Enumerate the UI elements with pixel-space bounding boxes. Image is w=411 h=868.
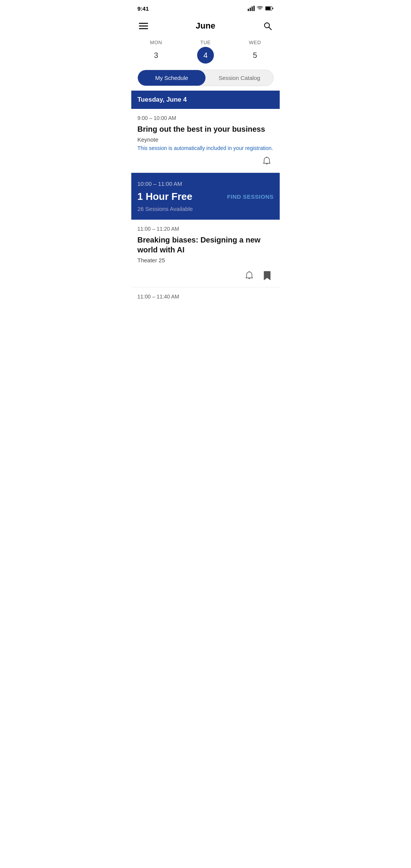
free-hour-availability: 26 Sessions Available [137, 206, 274, 212]
bell-icon-1 [261, 156, 272, 166]
svg-rect-5 [266, 7, 271, 10]
page-title: June [196, 21, 215, 31]
find-sessions-button[interactable]: FIND SESSIONS [227, 193, 274, 200]
svg-rect-3 [253, 6, 255, 11]
session-title-2: Breaking biases: Designing a new world w… [137, 235, 274, 255]
svg-rect-7 [139, 23, 148, 24]
bell-button-2[interactable] [242, 269, 256, 282]
search-icon [263, 21, 272, 30]
free-hour-row: 1 Hour Free FIND SESSIONS [137, 191, 274, 203]
svg-rect-0 [248, 9, 249, 11]
session-time-2: 11:00 – 11:20 AM [137, 226, 274, 232]
session-subtitle-1: Keynote [137, 136, 274, 143]
svg-point-12 [266, 157, 268, 158]
day-tuesday[interactable]: TUE 4 [190, 40, 221, 64]
day-label-wed: WED [249, 40, 261, 45]
session-card-ai: 11:00 – 11:20 AM Breaking biases: Design… [131, 220, 280, 287]
bookmark-button-2[interactable] [261, 269, 274, 282]
session-time-1: 9:00 – 10:00 AM [137, 115, 274, 121]
day-number-tue: 4 [197, 47, 214, 64]
date-header-text: Tuesday, June 4 [137, 96, 187, 103]
day-number-wed: 5 [247, 47, 263, 64]
day-wednesday[interactable]: WED 5 [240, 40, 270, 64]
session-actions-1 [137, 151, 274, 168]
date-header: Tuesday, June 4 [131, 91, 280, 109]
wifi-icon [257, 6, 263, 11]
status-bar: 9:41 [131, 0, 280, 17]
svg-rect-9 [139, 28, 148, 29]
svg-rect-1 [250, 8, 251, 11]
day-number-mon: 3 [148, 47, 164, 64]
battery-icon [265, 6, 274, 11]
free-hour-block: 10:00 – 11:00 AM 1 Hour Free FIND SESSIO… [131, 173, 280, 220]
bell-icon-2 [244, 270, 255, 281]
status-time: 9:41 [137, 5, 149, 12]
menu-icon [139, 21, 148, 30]
session-time-3: 11:00 – 11:40 AM [137, 294, 274, 300]
svg-rect-8 [139, 26, 148, 27]
search-button[interactable] [261, 20, 274, 32]
signal-icon [248, 6, 255, 11]
free-hour-time: 10:00 – 11:00 AM [137, 180, 274, 187]
session-preview-3: 11:00 – 11:40 AM [131, 287, 280, 306]
svg-rect-6 [272, 8, 273, 9]
day-selector: MON 3 TUE 4 WED 5 [131, 37, 280, 70]
tab-my-schedule[interactable]: My Schedule [138, 70, 206, 86]
session-card-keynote: 9:00 – 10:00 AM Bring out the best in yo… [131, 109, 280, 173]
day-label-tue: TUE [200, 40, 211, 45]
session-note-1: This session is automatically included i… [137, 145, 274, 151]
session-subtitle-2: Theater 25 [137, 257, 274, 263]
menu-button[interactable] [137, 20, 150, 32]
tab-switcher: My Schedule Session Catalog [137, 70, 274, 86]
status-icons [248, 6, 274, 11]
svg-line-11 [269, 27, 271, 30]
svg-rect-2 [252, 6, 253, 11]
app-header: June [131, 17, 280, 37]
bell-button-1[interactable] [260, 154, 274, 168]
day-label-mon: MON [150, 40, 162, 45]
svg-point-13 [249, 271, 250, 273]
free-hour-title: 1 Hour Free [137, 191, 193, 203]
tab-session-catalog[interactable]: Session Catalog [206, 70, 273, 86]
day-monday[interactable]: MON 3 [141, 40, 171, 64]
session-actions-2 [137, 266, 274, 282]
bookmark-icon-2 [262, 270, 272, 281]
session-title-1: Bring out the best in your business [137, 124, 274, 134]
